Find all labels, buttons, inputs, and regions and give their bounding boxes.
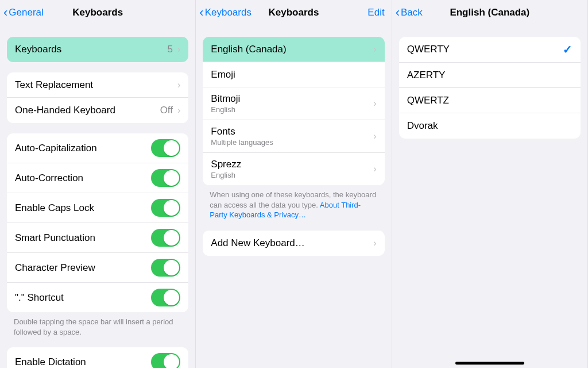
keyboards-list-pane: ‹ Keyboards Keyboards Edit English (Cana…: [196, 0, 392, 368]
keyboards-list-group: English (Canada)›EmojiBitmojiEnglish›Fon…: [203, 37, 384, 185]
layout-row[interactable]: QWERTY✓: [399, 37, 581, 63]
auto-capitalization-row[interactable]: Auto-Capitalization: [7, 133, 188, 163]
keyboard-row[interactable]: BitmojiEnglish›: [203, 87, 384, 120]
privacy-footer: When using one of these keyboards, the k…: [210, 190, 377, 220]
back-button[interactable]: ‹ General: [3, 0, 44, 25]
chevron-right-icon: ›: [177, 45, 180, 54]
toggle-switch[interactable]: [151, 169, 180, 187]
row-label: AZERTY: [407, 70, 446, 81]
row-label: Dvorak: [407, 120, 438, 132]
row-label: One-Handed Keyboard: [15, 105, 115, 116]
row-label: English (Canada): [211, 44, 286, 55]
one-handed-row[interactable]: One-Handed Keyboard Off ›: [7, 98, 188, 123]
row-label: Add New Keyboard…: [211, 237, 304, 249]
content-area: QWERTY✓AZERTYQWERTZDvorak: [392, 37, 587, 162]
home-indicator: [455, 362, 524, 365]
settings-keyboards-pane: ‹ General Keyboards Keyboards 5 › Text R…: [0, 0, 196, 368]
keyboard-row[interactable]: Emoji: [203, 62, 384, 87]
chevron-left-icon: ‹: [199, 6, 203, 19]
chevron-right-icon: ›: [373, 164, 376, 174]
row-value: 5: [168, 44, 173, 55]
row-subtitle: English: [211, 171, 241, 179]
row-label: Enable Caps Lock: [15, 202, 94, 214]
toggle-switch[interactable]: [151, 229, 180, 247]
row-label: Emoji: [211, 69, 235, 80]
add-new-keyboard-row[interactable]: Add New Keyboard… ›: [203, 231, 384, 256]
navbar: ‹ Back English (Canada): [392, 0, 587, 25]
row-label: Keyboards: [15, 44, 61, 55]
row-label: Character Preview: [15, 262, 95, 274]
dot-shortcut-row[interactable]: "." Shortcut: [7, 283, 188, 312]
chevron-right-icon: ›: [373, 239, 376, 248]
chevron-right-icon: ›: [373, 45, 376, 54]
row-label: Auto-Capitalization: [15, 143, 97, 154]
character-preview-row[interactable]: Character Preview: [7, 253, 188, 283]
page-title: Keyboards: [72, 7, 123, 18]
toggle-switch[interactable]: [151, 259, 180, 277]
row-label: QWERTZ: [407, 95, 449, 106]
keyboard-layout-pane: ‹ Back English (Canada) QWERTY✓AZERTYQWE…: [392, 0, 588, 368]
group-footer: Double tapping the space bar will insert…: [14, 317, 181, 337]
chevron-right-icon: ›: [373, 99, 376, 108]
row-label: "." Shortcut: [15, 292, 64, 304]
chevron-left-icon: ‹: [3, 6, 7, 19]
page-title: English (Canada): [450, 7, 529, 18]
row-label: Bitmoji: [211, 93, 240, 105]
text-options-group: Text Replacement › One-Handed Keyboard O…: [7, 72, 188, 123]
page-title: Keyboards: [269, 7, 319, 18]
smart-punctuation-row[interactable]: Smart Punctuation: [7, 223, 188, 253]
row-value: Off: [160, 105, 173, 116]
row-label: QWERTY: [407, 44, 450, 55]
text-replacement-row[interactable]: Text Replacement ›: [7, 72, 188, 98]
enable-dictation-row[interactable]: Enable Dictation: [7, 347, 188, 368]
row-label: Sprezz: [211, 159, 241, 170]
toggle-switch[interactable]: [151, 289, 180, 306]
chevron-left-icon: ‹: [396, 6, 400, 19]
navbar: ‹ General Keyboards: [0, 0, 195, 25]
chevron-right-icon: ›: [177, 80, 180, 90]
keyboard-row[interactable]: FontsMultiple languages›: [203, 120, 384, 153]
edit-button[interactable]: Edit: [368, 0, 384, 25]
typing-toggles-group: Auto-Capitalization Auto-Correction Enab…: [7, 133, 188, 312]
toggle-switch[interactable]: [151, 139, 180, 157]
enable-caps-lock-row[interactable]: Enable Caps Lock: [7, 193, 188, 223]
dictation-group: Enable Dictation Auto-Punctuation Dictat…: [7, 347, 188, 368]
checkmark-icon: ✓: [563, 43, 572, 56]
back-button[interactable]: ‹ Keyboards: [199, 0, 252, 25]
chevron-right-icon: ›: [177, 106, 180, 115]
auto-correction-row[interactable]: Auto-Correction: [7, 163, 188, 193]
row-label: Auto-Correction: [15, 172, 83, 184]
toggle-switch[interactable]: [151, 199, 180, 217]
keyboard-row[interactable]: SprezzEnglish›: [203, 153, 384, 185]
layout-row[interactable]: Dvorak: [399, 113, 581, 139]
back-button[interactable]: ‹ Back: [396, 0, 423, 25]
keyboard-row[interactable]: English (Canada)›: [203, 37, 384, 62]
navbar: ‹ Keyboards Keyboards Edit: [196, 0, 391, 25]
row-subtitle: Multiple languages: [211, 138, 273, 147]
content-area: Keyboards 5 › Text Replacement › One-Han…: [0, 37, 195, 368]
layout-list-group: QWERTY✓AZERTYQWERTZDvorak: [399, 37, 581, 139]
row-label: Enable Dictation: [15, 356, 86, 368]
keyboards-row[interactable]: Keyboards 5 ›: [7, 37, 188, 62]
back-label: Keyboards: [205, 7, 252, 18]
add-keyboard-group: Add New Keyboard… ›: [203, 231, 384, 256]
row-label: Smart Punctuation: [15, 232, 95, 244]
layout-row[interactable]: AZERTY: [399, 63, 581, 88]
content-area: English (Canada)›EmojiBitmojiEnglish›Fon…: [196, 37, 391, 279]
back-label: Back: [401, 7, 423, 18]
row-label: Fonts: [211, 126, 273, 137]
toggle-switch[interactable]: [151, 353, 180, 368]
chevron-right-icon: ›: [373, 132, 376, 141]
back-label: General: [9, 7, 43, 18]
row-label: Text Replacement: [15, 79, 93, 91]
row-subtitle: English: [211, 105, 240, 114]
layout-row[interactable]: QWERTZ: [399, 88, 581, 113]
keyboards-count-group: Keyboards 5 ›: [7, 37, 188, 62]
